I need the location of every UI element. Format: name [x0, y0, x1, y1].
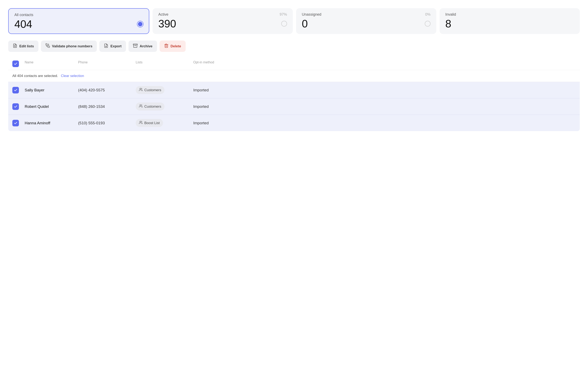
svg-point-8 — [140, 105, 141, 106]
stat-active-radio[interactable] — [281, 21, 287, 27]
row-3-optin: Imported — [193, 121, 576, 125]
row-2-phone: (848) 260-1534 — [78, 104, 136, 109]
stat-active[interactable]: Active 97% 390 — [153, 8, 293, 34]
export-button[interactable]: Export — [99, 41, 126, 52]
row-3-checkbox[interactable] — [12, 120, 25, 126]
row-3-list-icon — [139, 121, 143, 125]
row-2-list: Customers — [136, 102, 193, 110]
edit-lists-button[interactable]: Edit lists — [8, 41, 38, 52]
row-2-optin: Imported — [193, 104, 576, 109]
stat-invalid[interactable]: Invalid 8 — [439, 8, 580, 34]
contacts-table: Name Phone Lists Opt-in method All 404 c… — [8, 58, 580, 131]
col-header-optin: Opt-in method — [193, 61, 576, 67]
svg-point-9 — [140, 121, 141, 122]
row-3-list-label: Boost List — [144, 121, 160, 125]
archive-label: Archive — [140, 44, 152, 48]
export-icon — [104, 43, 108, 49]
stat-all-contacts-label: All contacts — [14, 13, 143, 17]
row-1-list-icon — [139, 88, 143, 92]
stat-unassigned-radio[interactable] — [425, 21, 430, 27]
stat-unassigned-percent: 0% — [425, 12, 430, 17]
delete-button[interactable]: Delete — [159, 41, 186, 52]
row-1-list: Customers — [136, 86, 193, 94]
stat-unassigned-label: Unassigned — [302, 12, 321, 17]
actions-row: Edit lists Validate phone numbers Export… — [8, 41, 580, 52]
selection-message-text: All 404 contacts are selected. — [12, 74, 58, 78]
stat-unassigned[interactable]: Unassigned 0% 0 — [296, 8, 436, 34]
edit-lists-icon — [13, 43, 17, 49]
row-1-list-label: Customers — [144, 88, 161, 92]
stat-unassigned-value: 0 — [302, 18, 308, 29]
table-row: Sally Bayer (404) 420-5575 Customers Imp… — [8, 82, 580, 98]
stat-active-label: Active — [158, 12, 168, 17]
edit-lists-label: Edit lists — [19, 44, 34, 48]
export-label: Export — [110, 44, 122, 48]
table-row: Robert Quidel (848) 260-1534 Customers I… — [8, 98, 580, 115]
stat-all-contacts-radio[interactable] — [137, 21, 143, 27]
stat-invalid-value: 8 — [445, 18, 451, 29]
row-1-optin: Imported — [193, 88, 576, 92]
row-3-list: Boost List — [136, 119, 193, 127]
select-all-checkbox[interactable] — [12, 61, 25, 67]
row-3-phone: (510) 555-0193 — [78, 121, 136, 125]
col-header-phone: Phone — [78, 61, 136, 67]
row-2-list-label: Customers — [144, 105, 161, 109]
stat-all-contacts[interactable]: All contacts 404 — [8, 8, 149, 34]
selection-message: All 404 contacts are selected. Clear sel… — [8, 70, 580, 82]
validate-phone-icon — [45, 43, 50, 49]
svg-rect-3 — [133, 44, 137, 45]
row-2-checkbox[interactable] — [12, 103, 25, 110]
archive-button[interactable]: Archive — [129, 41, 157, 52]
row-3-name: Hanna Aminoff — [25, 121, 78, 125]
col-header-name: Name — [25, 61, 78, 67]
table-row: Hanna Aminoff (510) 555-0193 Boost List … — [8, 115, 580, 131]
svg-point-7 — [140, 88, 141, 89]
validate-phone-button[interactable]: Validate phone numbers — [41, 41, 97, 52]
stats-row: All contacts 404 Active 97% 390 Unassign… — [8, 8, 580, 34]
validate-phone-label: Validate phone numbers — [52, 44, 93, 48]
col-header-lists: Lists — [136, 61, 193, 67]
row-1-checkbox[interactable] — [12, 87, 25, 93]
stat-active-value: 390 — [158, 18, 176, 29]
stat-active-percent: 97% — [280, 12, 287, 17]
row-2-list-icon — [139, 104, 143, 109]
row-2-name: Robert Quidel — [25, 104, 78, 109]
clear-selection-link[interactable]: Clear selection — [61, 74, 84, 78]
row-1-phone: (404) 420-5575 — [78, 88, 136, 92]
archive-icon — [133, 43, 138, 49]
delete-icon — [164, 43, 169, 49]
delete-label: Delete — [171, 44, 181, 48]
table-header-row: Name Phone Lists Opt-in method — [8, 58, 580, 70]
row-1-name: Sally Bayer — [25, 88, 78, 92]
stat-invalid-label: Invalid — [445, 12, 574, 17]
stat-all-contacts-value: 404 — [14, 19, 32, 29]
